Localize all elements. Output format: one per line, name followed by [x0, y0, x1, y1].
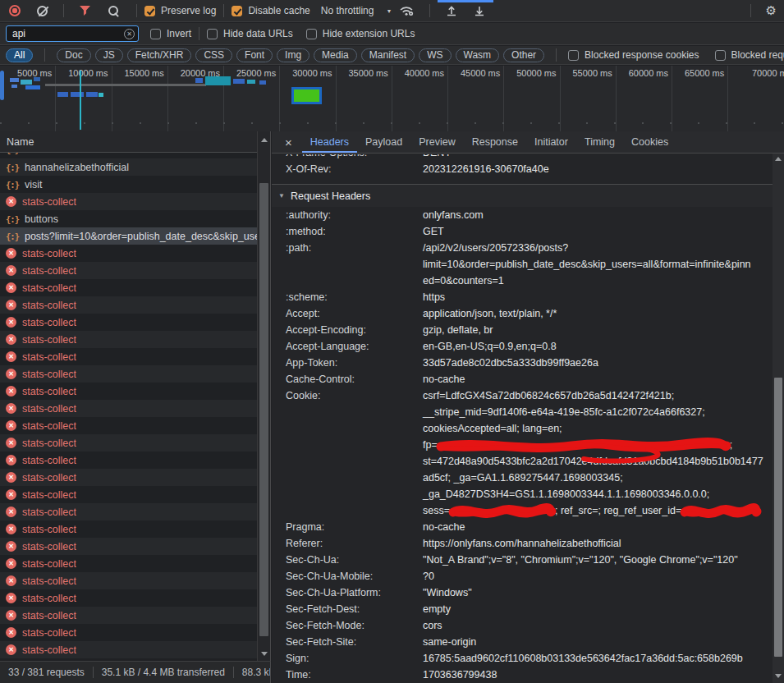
cookie-text: __stripe_mid=9df140f6-e64a-419e-85fc-a1c…: [423, 406, 705, 418]
request-name: stats-collect: [22, 507, 76, 518]
close-icon[interactable]: ×: [285, 135, 292, 149]
filter-pill-wasm[interactable]: Wasm: [456, 48, 500, 62]
filter-pill-manifest[interactable]: Manifest: [361, 48, 415, 62]
scrollbar-thumb[interactable]: [259, 183, 268, 636]
request-row[interactable]: ✕stats-collect: [0, 486, 270, 503]
filter-pill-font[interactable]: Font: [236, 48, 273, 62]
invert-checkbox[interactable]: Invert: [150, 28, 191, 39]
request-row[interactable]: ✕stats-collect: [0, 434, 270, 452]
tab-timing[interactable]: Timing: [576, 131, 623, 153]
request-row[interactable]: {:}posts?limit=10&order=publish_date_des…: [0, 227, 270, 245]
request-row[interactable]: ✕stats-collect: [0, 452, 270, 469]
details-scrollbar[interactable]: [773, 154, 784, 683]
filter-pill-all[interactable]: All: [6, 48, 33, 62]
request-row[interactable]: ✕stats-collect: [0, 520, 270, 538]
network-overview-timeline[interactable]: 5000 ms10000 ms15000 ms20000 ms25000 ms3…: [0, 66, 784, 131]
request-row[interactable]: ✕stats-collect: [0, 383, 270, 400]
hide-data-urls-checkbox[interactable]: Hide data URLs: [207, 28, 293, 39]
filter-pill-ws[interactable]: WS: [419, 48, 451, 62]
blocked-requests-checkbox[interactable]: Blocked requests: [715, 49, 784, 61]
header-row: :method:GET: [272, 223, 773, 240]
preserve-log-checkbox[interactable]: Preserve log: [144, 5, 216, 16]
filter-input[interactable]: [6, 25, 139, 42]
throttling-select[interactable]: No throttling: [321, 5, 374, 16]
header-row-clipped: X-Frame-Options: DENY: [272, 154, 773, 161]
scrollbar-thumb[interactable]: [774, 378, 782, 657]
scroll-down-icon[interactable]: [261, 652, 268, 656]
settings-gear-icon[interactable]: ⚙: [766, 3, 777, 18]
request-row[interactable]: ✕stats-collect: [0, 314, 270, 331]
scroll-up-icon[interactable]: [261, 138, 268, 142]
record-icon[interactable]: [9, 5, 21, 16]
request-row[interactable]: {:}visit: [0, 176, 270, 193]
filter-pill-fetch-xhr[interactable]: Fetch/XHR: [127, 48, 192, 62]
value-line: limit=10&order=publish_date_desc&skip_us…: [423, 256, 773, 273]
filter-pill-other[interactable]: Other: [503, 48, 544, 62]
request-row[interactable]: ✕stats-collect: [0, 607, 270, 624]
request-row[interactable]: ✕stats-collect: [0, 348, 270, 365]
filter-pill-media[interactable]: Media: [314, 48, 357, 62]
tab-cookies[interactable]: Cookies: [623, 131, 676, 153]
network-conditions-icon[interactable]: [399, 5, 415, 16]
request-row[interactable]: ✕stats-collect: [0, 538, 270, 555]
filter-pill-js[interactable]: JS: [95, 48, 123, 62]
header-row: :scheme:https: [272, 289, 773, 305]
hide-extension-urls-checkbox[interactable]: Hide extension URLs: [306, 28, 415, 39]
request-headers-section-header[interactable]: ▼ Request Headers: [272, 185, 773, 207]
request-row[interactable]: ✕stats-collect: [0, 365, 270, 383]
timeline-tick-label: 45000 ms: [461, 68, 500, 78]
request-row[interactable]: {:}buttons: [0, 210, 270, 227]
request-row[interactable]: ✕stats-collect: [0, 245, 270, 262]
header-row: Sec-Fetch-Dest:empty: [272, 601, 773, 617]
request-name: stats-collect: [22, 524, 76, 535]
header-row: Sec-Fetch-Mode:cors: [272, 617, 773, 634]
request-row[interactable]: ✕stats-collect: [0, 641, 270, 658]
request-row[interactable]: ✕stats-collect: [0, 296, 270, 314]
header-value: ?0: [423, 568, 773, 584]
header-row: Referer:https://onlyfans.com/hannaheliza…: [272, 535, 773, 552]
disable-cache-checkbox[interactable]: Disable cache: [232, 5, 309, 16]
request-row[interactable]: ✕stats-collect: [0, 400, 270, 417]
filter-pill-img[interactable]: Img: [277, 48, 309, 62]
import-har-icon[interactable]: [445, 5, 458, 16]
waterfall-bar: [195, 78, 203, 83]
request-row[interactable]: ✕stats-collect: [0, 572, 270, 589]
header-row: App-Token:33d57ade8c02dbc5a333db99ff9ae2…: [272, 355, 773, 371]
request-row[interactable]: ✕stats-collect: [0, 331, 270, 348]
filter-pill-doc[interactable]: Doc: [57, 48, 90, 62]
tab-initiator[interactable]: Initiator: [526, 131, 576, 153]
timeline-column: 50000 ms: [504, 66, 560, 131]
name-column-header[interactable]: Name: [0, 131, 270, 153]
filter-funnel-icon[interactable]: [80, 6, 90, 16]
tab-preview[interactable]: Preview: [410, 131, 463, 153]
request-row[interactable]: {:}hannahelizabethofficial: [0, 158, 270, 176]
request-row[interactable]: ✕stats-collect: [0, 624, 270, 641]
scroll-down-icon[interactable]: [775, 674, 782, 678]
request-row[interactable]: ✕stats-collect: [0, 469, 270, 486]
request-list-scrollbar[interactable]: [257, 131, 270, 661]
tab-payload[interactable]: Payload: [357, 131, 410, 153]
request-row[interactable]: ✕stats-collect: [0, 555, 270, 572]
clear-icon[interactable]: [37, 6, 48, 16]
request-row[interactable]: ✕stats-collect: [0, 262, 270, 279]
request-row[interactable]: ✕stats-collect: [0, 503, 270, 520]
request-row[interactable]: ✕stats-collect: [0, 279, 270, 296]
scroll-up-icon[interactable]: [775, 157, 782, 161]
header-name: :authority:: [286, 207, 423, 223]
request-row[interactable]: ✕stats-collect: [0, 417, 270, 434]
header-name: Sec-Ch-Ua:: [286, 552, 423, 568]
request-row[interactable]: ✕stats-collect: [0, 193, 270, 210]
header-name: :method:: [286, 223, 423, 240]
export-har-icon[interactable]: [473, 5, 486, 16]
request-row[interactable]: {:}init: [0, 153, 270, 158]
request-row[interactable]: ✕stats-collect: [0, 589, 270, 607]
cookie-text: fp=: [423, 439, 438, 451]
blocked-response-cookies-checkbox[interactable]: Blocked response cookies: [568, 49, 699, 61]
search-icon[interactable]: [108, 5, 120, 17]
header-name: Time:: [286, 667, 423, 683]
request-name: stats-collect: [22, 386, 76, 397]
clear-filter-icon[interactable]: ✕: [124, 29, 135, 39]
filter-pill-css[interactable]: CSS: [195, 48, 232, 62]
tab-headers[interactable]: Headers: [302, 131, 357, 153]
tab-response[interactable]: Response: [464, 131, 526, 153]
